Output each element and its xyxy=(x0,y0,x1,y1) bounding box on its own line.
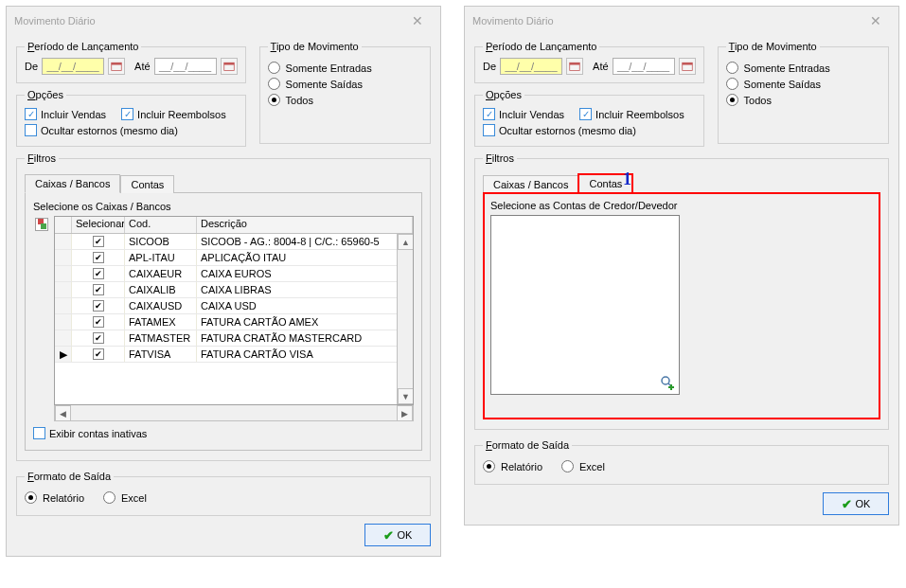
table-row[interactable]: ✔SICOOBSICOOB - AG.: 8004-8 | C/C.: 6596… xyxy=(55,234,413,250)
checkbox-incluir-vendas[interactable]: ✓ Incluir Vendas xyxy=(25,108,106,120)
tabs: Caixas / Bancos Contas xyxy=(25,173,422,193)
scroll-right-icon[interactable]: ▶ xyxy=(397,405,413,421)
checkbox-exibir-inativas[interactable]: ✓ Exibir contas inativas xyxy=(33,427,414,439)
radio-icon xyxy=(103,491,115,504)
scrollbar-vertical[interactable]: ▲ ▼ xyxy=(397,234,413,404)
label-somente-entradas: Somente Entradas xyxy=(286,62,372,74)
check-icon: ✔ xyxy=(93,284,104,295)
radio-somente-saidas[interactable]: Somente Saídas xyxy=(268,78,422,90)
radio-todos[interactable]: Todos xyxy=(726,94,880,106)
grid-row-marker xyxy=(55,330,72,346)
scrollbar-horizontal[interactable]: ◀ ▶ xyxy=(54,405,414,421)
close-icon[interactable]: ✕ xyxy=(861,7,891,35)
check-icon: ✓ xyxy=(25,124,37,136)
ok-button[interactable]: ✔ OK xyxy=(364,524,431,546)
scroll-left-icon[interactable]: ◀ xyxy=(55,405,71,421)
label-incluir-vendas: Incluir Vendas xyxy=(499,109,564,120)
radio-somente-saidas[interactable]: Somente Saídas xyxy=(726,78,880,90)
radio-relatorio[interactable]: Relatório xyxy=(483,460,542,472)
contas-listbox[interactable] xyxy=(490,215,680,395)
table-row[interactable]: ✔APL-ITAUAPLICAÇÃO ITAU xyxy=(55,250,413,266)
tab-contas[interactable]: Contas xyxy=(120,175,174,193)
filtros-group: Filtros Caixas / Bancos Contas 1 Selecio… xyxy=(474,152,889,430)
radio-icon xyxy=(561,460,574,472)
options-legend: Opções xyxy=(483,89,524,100)
contas-panel: Selecione as Contas de Credor/Devedor xyxy=(483,192,880,419)
tab-caixas-bancos[interactable]: Caixas / Bancos xyxy=(483,175,578,193)
label-todos: Todos xyxy=(286,95,313,106)
col-header-selecionar[interactable]: Selecionar xyxy=(72,217,125,233)
radio-relatorio[interactable]: Relatório xyxy=(25,491,84,504)
radio-excel[interactable]: Excel xyxy=(561,460,605,472)
toggle-all-button[interactable] xyxy=(35,218,48,231)
calendar-ate-button[interactable] xyxy=(221,58,238,75)
checkbox-incluir-reembolsos[interactable]: ✓ Incluir Reembolsos xyxy=(579,108,684,120)
calendar-icon xyxy=(682,61,693,72)
table-row[interactable]: ▶✔FATVISAFATURA CARTÃO VISA xyxy=(55,347,413,363)
grid-row-marker xyxy=(55,314,72,330)
col-header-cod[interactable]: Cod. xyxy=(125,217,197,233)
date-input-de[interactable] xyxy=(500,58,562,75)
col-header-descricao[interactable]: Descrição xyxy=(197,217,413,233)
period-legend: Período de Lançamento xyxy=(25,41,141,52)
check-icon: ✔ xyxy=(93,348,104,360)
label-excel: Excel xyxy=(579,461,605,472)
grid-cell-select[interactable]: ✔ xyxy=(72,314,125,330)
table-row[interactable]: ✔FATAMEXFATURA CARTÃO AMEX xyxy=(55,314,413,330)
grid-cell-select[interactable]: ✔ xyxy=(72,298,125,313)
tab-caixas-bancos[interactable]: Caixas / Bancos xyxy=(25,174,120,193)
checkbox-incluir-reembolsos[interactable]: ✓ Incluir Reembolsos xyxy=(121,108,226,120)
grid-cell-select[interactable]: ✔ xyxy=(72,250,125,265)
checkbox-incluir-vendas[interactable]: ✓ Incluir Vendas xyxy=(483,108,564,120)
ok-label: OK xyxy=(856,498,871,509)
radio-icon xyxy=(25,491,37,504)
formato-legend: Formato de Saída xyxy=(483,439,572,451)
label-relatorio: Relatório xyxy=(501,461,542,472)
date-input-de[interactable] xyxy=(42,58,104,75)
radio-icon xyxy=(726,78,738,90)
table-row[interactable]: ✔CAIXAEURCAIXA EUROS xyxy=(55,266,413,282)
date-input-ate[interactable] xyxy=(154,58,217,75)
table-row[interactable]: ✔FATMASTERFATURA CRATÃO MASTERCARD xyxy=(55,330,413,347)
label-relatorio: Relatório xyxy=(43,492,84,504)
grid-cell-select[interactable]: ✔ xyxy=(72,330,125,346)
grid-cell-select[interactable]: ✔ xyxy=(72,282,125,297)
calendar-de-button[interactable] xyxy=(108,58,125,75)
radio-todos[interactable]: Todos xyxy=(268,94,422,106)
grid-cell-select[interactable]: ✔ xyxy=(72,234,125,249)
ok-button[interactable]: ✔ OK xyxy=(823,492,889,515)
filtros-legend: Filtros xyxy=(25,152,59,164)
check-icon: ✔ xyxy=(93,268,104,279)
date-input-ate[interactable] xyxy=(613,58,675,75)
radio-somente-entradas[interactable]: Somente Entradas xyxy=(726,62,880,74)
radio-excel[interactable]: Excel xyxy=(103,491,147,504)
table-row[interactable]: ✔CAIXALIBCAIXA LIBRAS xyxy=(55,282,413,298)
scroll-up-icon[interactable]: ▲ xyxy=(398,234,414,250)
tipo-group: Tipo de Movimento Somente Entradas Somen… xyxy=(718,41,889,144)
search-add-button[interactable] xyxy=(660,375,675,390)
check-icon: ✓ xyxy=(483,124,495,136)
radio-icon xyxy=(268,94,280,106)
grid-cell-cod: FATMASTER xyxy=(125,330,197,346)
close-icon[interactable]: ✕ xyxy=(402,7,433,35)
check-icon: ✔ xyxy=(93,316,104,328)
calendar-icon xyxy=(569,61,580,72)
titlebar: Movimento Diário ✕ xyxy=(465,7,898,35)
grid-cell-desc: SICOOB - AG.: 8004-8 | C/C.: 65960-5 xyxy=(197,234,413,249)
label-ocultar-estornos: Ocultar estornos (mesmo dia) xyxy=(41,125,178,136)
label-somente-entradas: Somente Entradas xyxy=(744,62,830,74)
table-row[interactable]: ✔CAIXAUSDCAIXA USD xyxy=(55,298,413,314)
checkbox-ocultar-estornos[interactable]: ✓ Ocultar estornos (mesmo dia) xyxy=(25,124,238,136)
calendar-ate-button[interactable] xyxy=(679,58,696,75)
radio-somente-entradas[interactable]: Somente Entradas xyxy=(268,62,422,74)
label-incluir-reembolsos: Incluir Reembolsos xyxy=(595,109,684,120)
scroll-down-icon[interactable]: ▼ xyxy=(398,388,414,404)
checkbox-ocultar-estornos[interactable]: ✓ Ocultar estornos (mesmo dia) xyxy=(483,124,696,136)
calendar-de-button[interactable] xyxy=(566,58,583,75)
svg-point-8 xyxy=(662,377,669,384)
grid-cell-select[interactable]: ✔ xyxy=(72,347,125,362)
grid-cell-desc: CAIXA EUROS xyxy=(197,266,413,281)
grid-cell-cod: CAIXAEUR xyxy=(125,266,197,281)
grid-cell-select[interactable]: ✔ xyxy=(72,266,125,281)
grid-cell-desc: FATURA CRATÃO MASTERCARD xyxy=(197,330,413,346)
